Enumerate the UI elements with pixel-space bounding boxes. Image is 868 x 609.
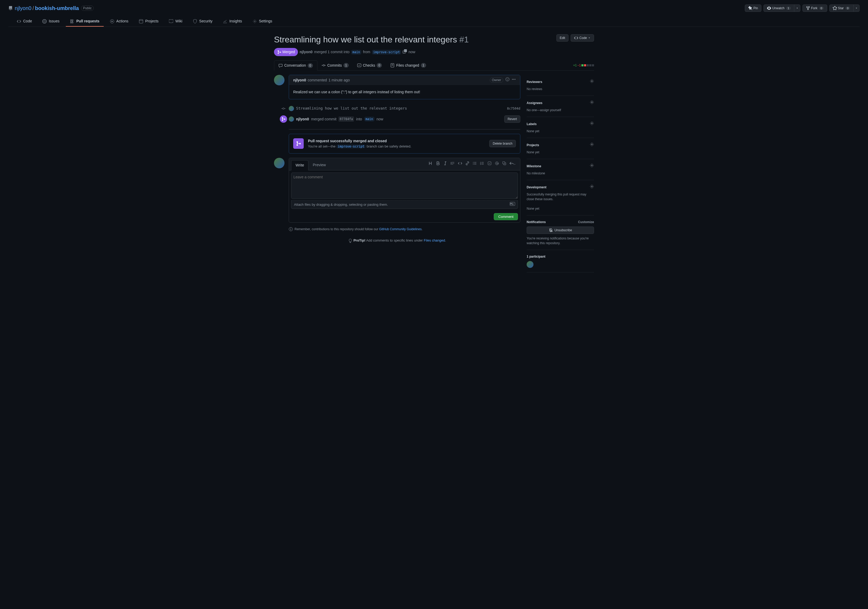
checks-tab[interactable]: Checks0 [353,61,386,70]
commits-tab[interactable]: Commits1 [318,61,353,70]
diffstat: +1 −1 [573,63,594,68]
tab-projects[interactable]: Projects [135,16,163,26]
merge-commit-sha[interactable]: 07784fa [338,117,354,122]
watch-dropdown[interactable] [794,5,800,12]
merge-status-box: Pull request successfully merged and clo… [289,134,520,154]
tab-wiki[interactable]: Wiki [165,16,186,26]
link-icon[interactable] [465,161,470,167]
svg-point-4 [323,65,324,66]
revert-button[interactable]: Revert [504,115,520,123]
guidelines-link[interactable]: GitHub Community Guidelines [379,227,422,231]
avatar[interactable] [289,117,294,122]
gear-icon[interactable] [590,163,594,169]
projects-header[interactable]: Projects [527,142,594,148]
write-tab[interactable]: Write [291,160,308,171]
comment-box: njlyon0 commented 1 minute ago Owner Rea… [289,75,520,99]
commit-event: Streamlining how we list out the relevan… [274,104,520,113]
code-dropdown-button[interactable]: Code [570,34,594,42]
comment-textarea[interactable] [291,172,518,199]
tasklist-icon[interactable] [487,161,491,167]
reply-icon[interactable] [510,161,516,167]
base-branch[interactable]: main [351,50,361,54]
fork-button[interactable]: Fork0 [803,5,827,12]
participant-avatar[interactable] [527,261,533,268]
crossref-icon[interactable] [502,161,506,167]
svg-point-13 [508,79,508,79]
delete-branch-button[interactable]: Delete branch [489,140,516,147]
tab-issues[interactable]: Issues [38,16,64,26]
markdown-icon[interactable] [510,202,515,207]
unsubscribe-button[interactable]: Unsubscribe [527,227,594,234]
conversation-tab[interactable]: Conversation0 [274,60,318,71]
bold-icon[interactable] [436,161,440,167]
head-branch[interactable]: improve-script [372,50,401,54]
tab-settings[interactable]: Settings [248,16,277,26]
avatar[interactable] [274,75,285,85]
code-icon[interactable] [458,161,462,167]
repo-owner-link[interactable]: njlyon0 [15,4,31,12]
merge-icon [293,138,304,149]
quote-icon[interactable] [451,161,455,167]
development-header[interactable]: Development [527,184,594,190]
svg-point-15 [513,79,514,80]
tab-code[interactable]: Code [12,16,36,26]
gear-icon[interactable] [590,79,594,85]
participants-title: 1 participant [527,254,594,259]
star-button[interactable]: Star0 [829,5,854,12]
copy-icon[interactable] [403,49,407,55]
assignees-header[interactable]: Assignees [527,100,594,106]
labels-header[interactable]: Labels [527,121,594,127]
tab-actions[interactable]: Actions [106,16,133,26]
comment-editor: Write Preview 123 [289,158,520,223]
milestone-header[interactable]: Milestone [527,163,594,169]
files-tab[interactable]: Files changed1 [386,61,430,70]
italic-icon[interactable] [443,161,448,167]
merge-target-branch[interactable]: main [364,117,375,121]
svg-point-12 [507,79,507,79]
avatar[interactable] [274,158,285,168]
svg-point-17 [283,108,284,109]
tab-pull-requests[interactable]: Pull requests [66,16,104,26]
list-ol-icon[interactable]: 123 [480,161,484,167]
visibility-badge: Public [81,6,94,11]
heading-icon[interactable] [428,161,433,167]
attach-hint[interactable]: Attach files by dragging & dropping, sel… [291,200,518,209]
repo-name-link[interactable]: bookish-umbrella [35,4,79,12]
preview-tab[interactable]: Preview [308,160,330,170]
commit-sha-link[interactable]: 8c7504d [507,106,520,111]
gear-icon[interactable] [590,121,594,127]
svg-point-49 [591,123,592,124]
watch-button[interactable]: Unwatch1 [764,5,794,12]
tab-insights[interactable]: Insights [219,16,246,26]
avatar[interactable] [289,106,294,111]
list-ul-icon[interactable] [473,161,477,167]
kebab-icon[interactable] [512,77,516,83]
edit-title-button[interactable]: Edit [556,34,569,42]
pr-author-link[interactable]: njlyon0 [299,49,312,55]
svg-point-27 [473,162,473,163]
svg-point-47 [591,81,592,82]
gear-icon[interactable] [590,100,594,106]
commit-message[interactable]: Streamlining how we list out the relevan… [296,106,407,111]
merge-author[interactable]: njlyon0 [296,117,309,122]
gear-icon[interactable] [590,184,594,190]
svg-point-52 [591,186,592,187]
tab-security[interactable]: Security [189,16,217,26]
comment-button[interactable]: Comment [494,213,518,220]
star-dropdown[interactable] [854,5,860,12]
svg-point-41 [496,163,498,164]
svg-rect-42 [503,162,505,164]
gear-icon[interactable] [590,142,594,148]
merge-icon [280,115,287,123]
assign-yourself-link[interactable]: assign yourself [540,108,561,112]
pin-button[interactable]: Pin [745,5,761,12]
comment-timestamp[interactable]: 1 minute ago [329,78,350,83]
emoji-icon[interactable] [505,77,510,83]
svg-line-22 [445,162,446,165]
comment-author[interactable]: njlyon0 [293,78,306,83]
customize-link[interactable]: Customize [578,220,594,224]
svg-point-28 [473,163,473,163]
mention-icon[interactable] [495,161,499,167]
protip-link[interactable]: Files changed [424,238,445,242]
reviewers-header[interactable]: Reviewers [527,79,594,85]
